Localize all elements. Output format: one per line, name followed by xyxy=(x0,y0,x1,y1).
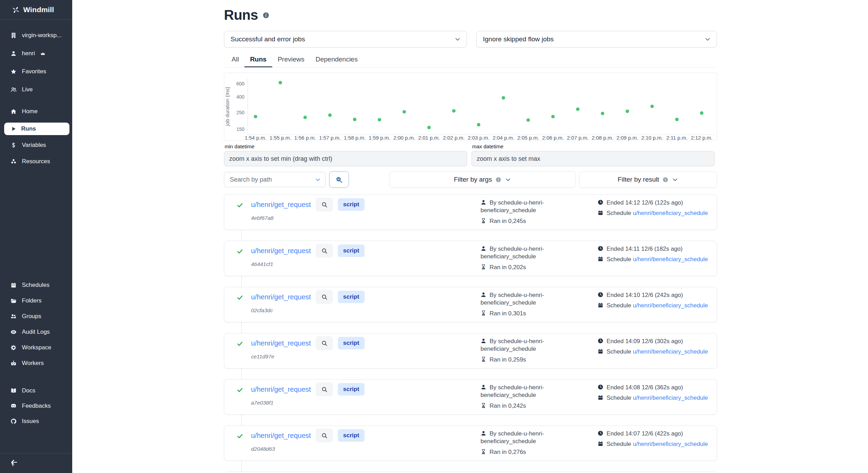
run-schedule: Schedule u/henri/beneficiary_schedule xyxy=(598,209,717,217)
run-card[interactable]: u/henri/get_requestscriptBy schedule-u-h… xyxy=(224,472,717,473)
run-id: d2048d63 xyxy=(251,446,275,452)
user-icon xyxy=(10,50,17,57)
tab-previews[interactable]: Previews xyxy=(272,53,310,67)
sidebar-item-schedules[interactable]: Schedules xyxy=(0,280,72,290)
job-status-select[interactable]: Successful and error jobs xyxy=(224,31,467,48)
run-path-link[interactable]: u/henri/get_request xyxy=(251,432,311,440)
sidebar-item-favorites[interactable]: Favorites xyxy=(0,66,72,77)
max-datetime-input[interactable] xyxy=(471,151,715,166)
run-duration: Ran in 0,301s xyxy=(481,310,571,317)
run-path-link[interactable]: u/henri/get_request xyxy=(251,247,311,255)
users-icon xyxy=(10,86,17,93)
inspect-run-button[interactable] xyxy=(316,198,333,211)
schedule-link[interactable]: u/henri/beneficiary_schedule xyxy=(633,348,708,355)
run-card[interactable]: u/henri/get_requestscriptce11d97eBy sche… xyxy=(224,333,717,368)
inspect-run-button[interactable] xyxy=(316,382,333,396)
gear-icon xyxy=(10,345,17,351)
schedule-link[interactable]: u/henri/beneficiary_schedule xyxy=(633,395,708,401)
schedule-link[interactable]: u/henri/beneficiary_schedule xyxy=(633,256,708,263)
run-ended-at: Ended 14:11 12/6 (182s ago) xyxy=(598,245,717,253)
sidebar-collapse[interactable] xyxy=(0,453,72,473)
user-icon xyxy=(481,246,486,251)
hourglass-icon xyxy=(481,264,486,270)
success-check-icon xyxy=(236,340,243,347)
sidebar-item-virgin-worksp[interactable]: virgin-worksp... xyxy=(0,30,72,41)
inspect-run-button[interactable] xyxy=(316,336,333,350)
search-by-path-select[interactable]: Search by path xyxy=(224,172,326,187)
sidebar-item-feedbacks[interactable]: Feedbacks xyxy=(0,401,72,411)
run-duration: Ran in 0,245s xyxy=(481,217,571,225)
sidebar-item-home[interactable]: Home xyxy=(0,106,72,117)
filter-by-args-button[interactable]: Filter by args xyxy=(390,171,576,188)
job-kind-badge: script xyxy=(338,337,364,349)
run-card[interactable]: u/henri/get_requestscript02cfa3dcBy sche… xyxy=(224,287,717,322)
svg-text:1:54 p.m.: 1:54 p.m. xyxy=(245,135,267,141)
sidebar-item-audit-logs[interactable]: Audit Logs xyxy=(0,327,72,337)
inspect-run-button[interactable] xyxy=(316,290,333,304)
sidebar-item-issues[interactable]: Issues xyxy=(0,416,72,426)
run-schedule: Schedule u/henri/beneficiary_schedule xyxy=(598,394,717,402)
run-connector xyxy=(241,415,242,425)
success-check-icon xyxy=(236,248,243,255)
github-icon xyxy=(10,418,17,424)
tab-runs[interactable]: Runs xyxy=(244,53,272,67)
calendar-icon xyxy=(10,282,17,288)
home-icon xyxy=(10,108,17,115)
flow-filter-select[interactable]: Ignore skipped flow jobs xyxy=(476,31,717,48)
search-by-path-value: Search by path xyxy=(230,176,272,183)
sidebar-item-docs[interactable]: Docs xyxy=(0,385,72,396)
run-path-link[interactable]: u/henri/get_request xyxy=(251,293,311,301)
job-duration-chart[interactable]: job duration (ms)1502504006001:54 p.m.1:… xyxy=(224,73,717,141)
run-path-link[interactable]: u/henri/get_request xyxy=(251,385,311,393)
user-icon xyxy=(481,384,486,390)
run-card[interactable]: u/henri/get_requestscripta7e038f1By sche… xyxy=(224,379,717,415)
inspect-run-button[interactable] xyxy=(316,429,333,442)
success-check-icon xyxy=(236,387,243,393)
run-schedule: Schedule u/henri/beneficiary_schedule xyxy=(598,256,717,263)
run-card[interactable]: u/henri/get_requestscript46441cf1By sche… xyxy=(224,241,717,276)
sidebar-item-resources[interactable]: Resources xyxy=(0,156,72,167)
run-path-link[interactable]: u/henri/get_request xyxy=(251,201,311,209)
tab-all[interactable]: All xyxy=(226,53,244,67)
dollar-icon xyxy=(10,142,17,148)
job-kind-badge: script xyxy=(338,383,364,396)
info-icon[interactable] xyxy=(262,12,269,19)
run-connector xyxy=(241,230,242,241)
success-check-icon xyxy=(236,433,243,440)
book-icon xyxy=(10,388,17,394)
sidebar-item-workers[interactable]: Workers xyxy=(0,358,72,368)
calendar-icon xyxy=(598,441,603,447)
sidebar-workspace-group: virgin-worksp...henriFavoritesLive xyxy=(0,30,72,95)
run-triggered-by: By schedule-u-henri-beneficiary_schedule xyxy=(481,430,571,445)
sidebar-item-runs[interactable]: Runs xyxy=(4,123,69,135)
sidebar-item-henri[interactable]: henri xyxy=(0,48,72,59)
sidebar-item-live[interactable]: Live xyxy=(0,84,72,95)
clock-icon xyxy=(598,430,603,436)
tab-dependencies[interactable]: Dependencies xyxy=(310,53,363,67)
run-id: a7e038f1 xyxy=(251,400,274,406)
run-card[interactable]: u/henri/get_requestscript4ebf67a8By sche… xyxy=(224,194,717,230)
run-path-link[interactable]: u/henri/get_request xyxy=(251,339,311,347)
inspect-run-button[interactable] xyxy=(316,244,333,258)
search-icon xyxy=(321,201,328,208)
building-icon xyxy=(10,32,17,39)
app-logo[interactable]: Windmill xyxy=(0,0,72,20)
search-button[interactable] xyxy=(329,171,349,188)
sidebar-item-label: Workers xyxy=(22,360,44,367)
run-duration: Ran in 0,276s xyxy=(481,448,571,456)
sidebar-item-variables[interactable]: Variables xyxy=(0,140,72,150)
sidebar-item-groups[interactable]: Groups xyxy=(0,311,72,322)
app-logo-label: Windmill xyxy=(23,6,54,14)
min-datetime-input[interactable] xyxy=(224,151,467,166)
run-card[interactable]: u/henri/get_requestscriptd2048d63By sche… xyxy=(224,425,717,461)
calendar-icon xyxy=(598,210,603,216)
sidebar: Windmill virgin-worksp...henriFavoritesL… xyxy=(0,0,72,473)
schedule-link[interactable]: u/henri/beneficiary_schedule xyxy=(633,302,708,309)
success-check-icon xyxy=(236,202,243,209)
filter-by-result-button[interactable]: Filter by result xyxy=(579,171,717,188)
schedule-link[interactable]: u/henri/beneficiary_schedule xyxy=(633,441,708,447)
sidebar-item-folders[interactable]: Folders xyxy=(0,296,72,306)
min-datetime-label: min datetime xyxy=(225,143,467,149)
sidebar-item-workspace[interactable]: Workspace xyxy=(0,342,72,353)
schedule-link[interactable]: u/henri/beneficiary_schedule xyxy=(633,210,708,216)
